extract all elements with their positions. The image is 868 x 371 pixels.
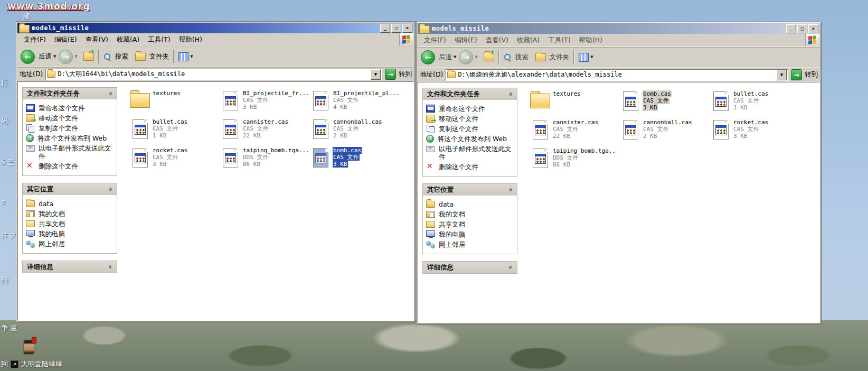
file-name[interactable]: rocket.cas [152,147,188,154]
file-tasks-header[interactable]: 文件和文件夹任务 » [23,88,117,99]
views-icon[interactable] [178,52,188,61]
place-label[interactable]: data [439,200,454,208]
forward-dropdown-icon[interactable]: ▼ [74,54,77,59]
file-name[interactable]: taiping_bomb.tga.. [552,147,616,154]
other-places-header[interactable]: 其它位置 » [423,184,517,196]
address-path[interactable]: D:\大明1644\bi\data\models_missile [58,70,369,79]
back-dropdown-icon[interactable]: ▼ [53,54,56,59]
go-button-icon[interactable]: → [385,69,396,80]
place-label[interactable]: 我的电脑 [439,230,465,238]
task-item[interactable]: 复制这个文件 [426,124,515,134]
task-label[interactable]: 移动这个文件 [439,115,478,123]
task-label[interactable]: 将这个文件发布到 Web [37,134,107,142]
maximize-button[interactable]: □ [391,24,401,33]
place-label[interactable]: 网上邻居 [39,240,65,248]
file-name[interactable]: bomb.cas [643,90,672,97]
forward-button-icon[interactable]: → [459,50,473,64]
file-tile[interactable]: taiping_bomb.tga... DDS 文件 86 KB [218,145,307,174]
file-name[interactable]: cannonball.cas [643,119,693,126]
file-tile[interactable]: cannonball.cas CAS 文件 2 KB [618,117,707,146]
place-label[interactable]: data [39,200,53,208]
menu-item[interactable]: 收藏(A) [112,34,144,45]
close-button[interactable]: × [808,24,818,33]
task-label[interactable]: 删除这个文件 [39,162,78,170]
file-tile[interactable]: textures [528,89,617,117]
folders-button-label[interactable]: 文件夹 [149,52,169,61]
folders-button-label[interactable]: 文件夹 [550,53,570,62]
place-label[interactable]: 共享文档 [439,220,465,228]
menu-item[interactable]: 文件(F) [20,34,50,45]
place-item[interactable]: 共享文档 [26,219,115,229]
file-name[interactable]: textures [552,90,581,97]
desktop-icon-label[interactable]: 5 三 [1,157,14,167]
file-tile[interactable]: bullet.cas CAS 文件 1 KB [709,89,797,117]
collapse-chevron-icon[interactable]: » [108,186,112,193]
desktop-icon-label[interactable]: 争 凌 [1,323,17,333]
menu-item[interactable]: 工具(T) [544,35,574,46]
task-label[interactable]: 删除这个文件 [439,163,478,171]
expand-chevron-icon[interactable]: » [108,263,112,271]
search-icon[interactable] [103,53,111,61]
back-dropdown-icon[interactable]: ▼ [454,55,456,59]
task-item[interactable]: 将这个文件发布到 Web [26,133,115,143]
desktop-icon-label[interactable]: e [1,198,5,206]
forward-button-icon[interactable]: → [59,50,73,64]
file-tile[interactable]: bomb.cas CAS 文件 3 KB [308,145,397,174]
place-item[interactable]: 我的电脑 [26,229,115,239]
place-item[interactable]: data [426,199,515,209]
file-tile[interactable]: taiping_bomb.tga.. DDS 文件 86 KB [528,146,617,174]
place-item[interactable]: 网上邻居 [26,239,115,249]
file-tile[interactable]: bomb.cas CAS 文件 3 KB [618,89,707,117]
folders-icon[interactable] [535,53,546,61]
views-dropdown-icon[interactable]: ▼ [190,54,193,59]
search-icon[interactable] [504,53,512,61]
back-button-icon[interactable]: ← [421,50,435,64]
folders-icon[interactable] [135,53,146,61]
file-name[interactable]: cannister.cas [242,118,289,125]
search-button-label[interactable]: 搜索 [515,53,529,62]
back-button-label[interactable]: 后退 [439,53,452,62]
file-tile[interactable]: cannister.cas CAS 文件 22 KB [218,117,307,145]
collapse-chevron-icon[interactable]: » [108,90,112,97]
place-label[interactable]: 我的文档 [439,210,465,218]
place-item[interactable]: 我的文档 [26,209,115,219]
menu-item[interactable]: 工具(T) [144,34,174,45]
menu-item[interactable]: 帮助(H) [175,34,206,45]
go-button-label[interactable]: 转到 [399,70,412,79]
game-shortcut-label[interactable]: 大明壹陆肆肆 [21,359,62,369]
menu-item[interactable]: 查看(V) [482,35,513,46]
up-button-icon[interactable] [83,52,94,61]
task-label[interactable]: 以电子邮件形式发送此文件 [39,144,115,160]
task-item[interactable]: 复制这个文件 [26,123,115,133]
file-tile[interactable]: rocket.cas CAS 文件 3 KB [709,117,797,146]
task-item[interactable]: 将这个文件发布到 Web [426,134,515,144]
file-name[interactable]: rocket.cas [733,119,769,126]
file-name[interactable]: BI_projectile_fr... [242,90,310,97]
search-button-label[interactable]: 搜索 [115,52,128,61]
menu-item[interactable]: 查看(V) [81,34,112,45]
desktop-icon-label[interactable]: 码 [1,116,8,126]
menu-item[interactable]: 帮助(H) [575,35,607,46]
place-item[interactable]: 我的文档 [426,209,515,219]
file-name[interactable]: bomb.cas [333,147,362,154]
file-name[interactable]: bullet.cas [733,90,769,97]
task-label[interactable]: 移动这个文件 [39,114,78,122]
task-item[interactable]: 重命名这个文件 [426,104,515,114]
file-name[interactable]: cannister.cas [552,119,599,126]
place-label[interactable]: 网上邻居 [439,240,465,248]
file-tile[interactable]: textures [128,88,216,117]
details-header[interactable]: 详细信息 » [23,261,117,273]
task-label[interactable]: 复制这个文件 [39,124,78,132]
task-label[interactable]: 以电子邮件形式发送此文件 [439,145,515,161]
address-input[interactable]: D:\燃烧的黄龙旗\alexander\data\models_missile … [446,69,788,81]
file-tile[interactable]: rocket.cas CAS 文件 3 KB [128,145,216,174]
views-icon[interactable] [579,53,589,62]
file-name[interactable]: BI_projectile_pl... [333,90,400,97]
file-tasks-header[interactable]: 文件和文件夹任务 » [423,88,517,100]
file-name[interactable]: bullet.cas [152,118,188,125]
collapse-chevron-icon[interactable]: » [508,186,513,193]
go-button-icon[interactable]: → [791,69,802,80]
task-item[interactable]: 移动这个文件 [26,113,115,123]
task-label[interactable]: 将这个文件发布到 Web [438,135,507,143]
place-item[interactable]: data [26,199,115,209]
